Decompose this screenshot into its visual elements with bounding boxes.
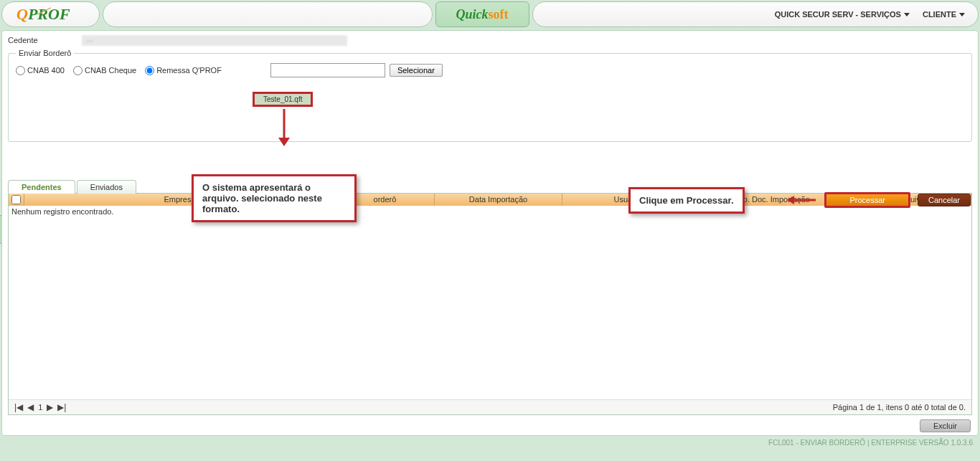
enviar-bordero-fieldset: Enviar Borderô CNAB 400 CNAB Cheque Reme… xyxy=(8,49,972,142)
grid-body[interactable]: Nenhum registro encontrado. xyxy=(9,206,971,399)
pager-info: Página 1 de 1, itens 0 até 0 total de 0. xyxy=(833,403,966,412)
pager-next-button[interactable]: ▶ xyxy=(47,402,53,412)
fieldset-legend: Enviar Borderô xyxy=(16,49,74,57)
radio-remessa-qprof[interactable]: Remessa Q'PROF xyxy=(145,66,222,75)
pager-page: 1 xyxy=(38,403,42,412)
chevron-down-icon xyxy=(904,13,910,16)
grid-header-checkbox[interactable] xyxy=(9,194,24,206)
file-chip: Teste_01.qft xyxy=(253,92,313,107)
logo-q: Q xyxy=(17,5,28,23)
page-frame: Q⁄PROF Quicksoft QUICK SECUR SERV - SERV… xyxy=(0,0,980,450)
tab-pendentes[interactable]: Pendentes xyxy=(8,180,75,194)
cedente-value: — xyxy=(82,35,347,46)
radio-row: CNAB 400 CNAB Cheque Remessa Q'PROF Sele… xyxy=(16,63,964,77)
cancelar-button[interactable]: Cancelar xyxy=(918,194,971,206)
select-all-checkbox[interactable] xyxy=(11,195,21,204)
radio-cnab-cheque[interactable]: CNAB Cheque xyxy=(73,66,136,75)
file-input-wrap: Selecionar xyxy=(270,63,443,77)
action-row: Processar Cancelar xyxy=(786,192,971,208)
svg-marker-3 xyxy=(787,196,794,204)
menu-servicos-label: QUICK SECUR SERV - SERVIÇOS xyxy=(775,10,901,19)
radio-cnab400[interactable]: CNAB 400 xyxy=(16,66,65,75)
logo-qprof: Q⁄PROF xyxy=(17,5,70,24)
radio-cnab-cheque-label: CNAB Cheque xyxy=(85,66,136,75)
logo-quicksoft: Quicksoft xyxy=(456,7,509,22)
grid-empty-text: Nenhum registro encontrado. xyxy=(11,207,113,216)
callout-file-format: O sistema apresentará o arquivo. selecio… xyxy=(192,174,357,222)
topbar: Q⁄PROF Quicksoft QUICK SECUR SERV - SERV… xyxy=(1,1,979,27)
arrow-down-icon xyxy=(274,108,294,148)
excluir-button[interactable]: Excluir xyxy=(920,419,971,432)
tabs: Pendentes Enviados xyxy=(8,179,972,193)
content-panel: Cedente — Enviar Borderô CNAB 400 CNAB C… xyxy=(1,30,979,436)
menu-servicos[interactable]: QUICK SECUR SERV - SERVIÇOS xyxy=(775,10,910,19)
logo-prof: PROF xyxy=(28,5,70,23)
footer-text: FCL001 - ENVIAR BORDERÔ | ENTERPRISE VER… xyxy=(1,436,979,448)
cedente-label: Cedente xyxy=(8,36,80,44)
logo-quick: Quick xyxy=(456,7,489,22)
radio-cnab400-input[interactable] xyxy=(16,66,25,75)
pager-controls: |◀ ◀ 1 ▶ ▶| xyxy=(14,402,66,412)
menu-cliente[interactable]: CLIENTE xyxy=(923,10,965,19)
topbar-center: Quicksoft xyxy=(435,1,529,27)
callout-processar: Clique em Processar. xyxy=(628,187,745,214)
svg-marker-1 xyxy=(278,138,290,146)
radio-cnab400-label: CNAB 400 xyxy=(27,66,65,75)
pager-last-button[interactable]: ▶| xyxy=(57,402,66,412)
processar-button[interactable]: Processar xyxy=(824,192,910,208)
radio-cnab-cheque-input[interactable] xyxy=(73,66,83,75)
grid-header-data[interactable]: Data Importação xyxy=(435,194,562,206)
bottom-actions: Excluir xyxy=(8,415,972,432)
topbar-right: QUICK SECUR SERV - SERVIÇOS CLIENTE xyxy=(532,1,979,27)
pager-prev-button[interactable]: ◀ xyxy=(27,402,34,412)
pager: |◀ ◀ 1 ▶ ▶| Página 1 de 1, itens 0 até 0… xyxy=(9,399,971,414)
tab-enviados[interactable]: Enviados xyxy=(77,180,136,194)
topbar-spacer-left xyxy=(103,1,433,27)
logo-soft: soft xyxy=(489,7,509,22)
file-path-input[interactable] xyxy=(270,63,385,77)
cedente-row: Cedente — xyxy=(8,35,972,46)
select-file-button[interactable]: Selecionar xyxy=(390,64,443,77)
logo-pill: Q⁄PROF xyxy=(1,1,100,27)
radio-remessa-qprof-label: Remessa Q'PROF xyxy=(156,66,222,75)
arrow-left-icon xyxy=(786,194,817,206)
menu-cliente-label: CLIENTE xyxy=(923,10,956,19)
chevron-down-icon xyxy=(959,13,965,16)
pager-first-button[interactable]: |◀ xyxy=(14,402,23,412)
grid: Empresa orderô Data Importação Usuário N… xyxy=(8,193,972,415)
radio-remessa-qprof-input[interactable] xyxy=(145,66,154,75)
